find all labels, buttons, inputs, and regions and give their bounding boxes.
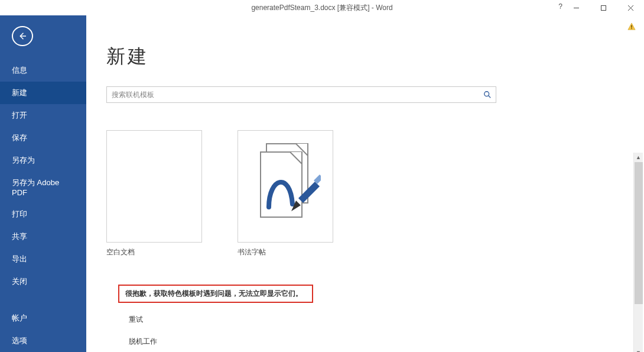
calligraphy-icon <box>250 139 321 234</box>
page-title: 新建 <box>106 44 644 70</box>
sidebar-item-saveas[interactable]: 另存为 <box>0 149 86 172</box>
back-button[interactable] <box>12 26 33 46</box>
sidebar-item-options[interactable]: 选项 <box>0 330 86 352</box>
close-button[interactable] <box>617 0 644 15</box>
svg-line-9 <box>489 96 491 98</box>
title-bar: generatePdfSteam_3.docx [兼容模式] - Word ? <box>0 0 644 15</box>
svg-rect-1 <box>601 5 606 10</box>
sidebar-item-close[interactable]: 关闭 <box>0 270 86 293</box>
arrow-left-icon <box>17 31 28 41</box>
sidebar-item-account[interactable]: 帐户 <box>0 307 86 330</box>
scroll-up-arrow[interactable]: ▲ <box>634 153 643 162</box>
offline-link[interactable]: 脱机工作 <box>129 337 644 347</box>
sidebar-item-label: 另存为 Adobe PDF <box>12 178 59 197</box>
main-panel: 新建 空白文档 <box>86 15 644 352</box>
sidebar-item-label: 保存 <box>12 133 27 142</box>
template-thumb-calligraphy <box>238 130 333 243</box>
sidebar-item-saveas-pdf[interactable]: 另存为 Adobe PDF <box>0 172 86 203</box>
sidebar-item-print[interactable]: 打印 <box>0 203 86 225</box>
sidebar-item-new[interactable]: 新建 <box>0 82 86 104</box>
window-title: generatePdfSteam_3.docx [兼容模式] - Word <box>0 3 644 13</box>
template-blank[interactable]: 空白文档 <box>106 130 202 257</box>
template-error-message: 很抱歉，获取特色模板时遇到问题，无法立即显示它们。 <box>118 285 313 303</box>
vertical-scrollbar[interactable]: ▲ ▼ <box>633 153 643 352</box>
search-button[interactable] <box>479 87 496 102</box>
sidebar-item-label: 打开 <box>12 111 27 120</box>
sidebar-item-label: 共享 <box>12 232 27 241</box>
sidebar-item-label: 新建 <box>12 88 27 97</box>
window-controls <box>562 0 644 15</box>
template-label: 空白文档 <box>106 247 202 257</box>
sidebar-item-label: 导出 <box>12 254 27 263</box>
template-calligraphy[interactable]: 书法字帖 <box>238 130 333 257</box>
maximize-button[interactable] <box>590 0 617 15</box>
sidebar-item-label: 选项 <box>12 336 27 345</box>
sidebar-item-label: 信息 <box>12 66 27 75</box>
sidebar-item-info[interactable]: 信息 <box>0 59 86 82</box>
sidebar-item-label: 打印 <box>12 209 27 218</box>
sidebar-item-label: 关闭 <box>12 277 27 286</box>
svg-point-8 <box>484 92 489 96</box>
minimize-button[interactable] <box>562 0 590 15</box>
sidebar-item-share[interactable]: 共享 <box>0 225 86 248</box>
backstage-sidebar: 信息 新建 打开 保存 另存为 另存为 Adobe PDF 打印 共享 导出 关… <box>0 15 86 352</box>
sidebar-item-open[interactable]: 打开 <box>0 104 86 127</box>
template-thumb-blank <box>106 130 202 243</box>
sidebar-item-label: 帐户 <box>12 314 27 322</box>
sidebar-item-export[interactable]: 导出 <box>0 248 86 270</box>
sidebar-item-label: 另存为 <box>12 156 35 164</box>
sidebar-spacer <box>0 293 86 307</box>
template-search <box>106 86 496 103</box>
scroll-down-arrow[interactable]: ▼ <box>634 348 643 352</box>
template-list: 空白文档 书法字帖 <box>106 130 644 257</box>
retry-link[interactable]: 重试 <box>129 315 644 325</box>
template-label: 书法字帖 <box>238 247 333 257</box>
search-icon <box>483 91 492 99</box>
sidebar-item-save[interactable]: 保存 <box>0 127 86 149</box>
scroll-thumb[interactable] <box>635 162 643 304</box>
help-icon[interactable]: ? <box>558 2 562 11</box>
search-input[interactable] <box>107 87 479 102</box>
